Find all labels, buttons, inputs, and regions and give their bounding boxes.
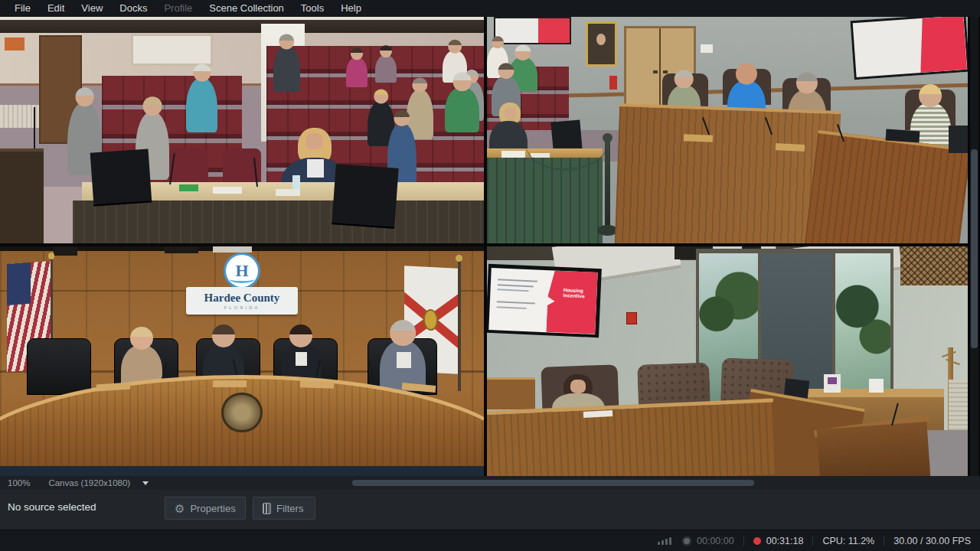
slide-red-area: Housing Incentive (544, 269, 598, 334)
menu-item-tools[interactable]: Tools (292, 0, 332, 17)
laptop (886, 129, 920, 142)
papers (583, 410, 612, 417)
whiteboard (131, 34, 213, 65)
properties-button[interactable]: ⚙ Properties (165, 497, 246, 520)
stream-status-icon (684, 538, 690, 544)
filters-button[interactable]: Filters (253, 497, 315, 520)
properties-button-label: Properties (190, 503, 235, 514)
menu-bar: File Edit View Docks Profile Scene Colle… (0, 0, 980, 17)
fps-counter: 30.00 / 30.00 FPS (893, 536, 971, 546)
record-timer: 00:31:18 (766, 536, 804, 546)
logo-swoosh (230, 276, 254, 284)
hardee-sign: Hardee County FLORIDA (186, 287, 297, 315)
menu-item-scene-collection[interactable]: Scene Collection (201, 0, 292, 17)
exit-plaque (701, 44, 713, 54)
person (346, 57, 368, 86)
nameplate (776, 143, 805, 152)
person (375, 55, 397, 83)
feed-side-dais[interactable]: Housing Incentive (487, 246, 968, 476)
feed-commission-box[interactable] (487, 17, 968, 243)
door-knob (653, 70, 657, 73)
menu-item-view[interactable]: View (73, 0, 111, 17)
sign-subtitle: FLORIDA (186, 305, 297, 310)
slide-red-area (538, 18, 570, 43)
fl-flag-pole (458, 258, 461, 391)
gear-icon: ⚙ (175, 503, 185, 514)
fire-alarm (626, 312, 637, 325)
us-flag-canton (7, 262, 31, 305)
papers (213, 187, 242, 194)
slide-text-line (498, 283, 534, 286)
nameplate (213, 380, 247, 387)
papers (276, 189, 300, 196)
speaker-box (165, 246, 198, 253)
clerk-desk-skirt (487, 158, 603, 243)
podium (0, 148, 44, 243)
no-source-label: No source selected (8, 501, 96, 513)
network-signal-icon (658, 537, 671, 545)
divider (884, 536, 884, 546)
us-flag-finial (48, 253, 55, 259)
menu-item-profile[interactable]: Profile (155, 0, 201, 17)
back-rail (487, 377, 535, 409)
horizontal-scrollbar-thumb[interactable] (352, 480, 754, 486)
papers (501, 151, 525, 158)
stream-timer: 00:00:00 (697, 536, 734, 546)
status-bar: 00:00:00 00:31:18 CPU: 11.2% 30.00 / 30.… (0, 530, 980, 551)
speaker-shirt (307, 159, 324, 178)
chevron-down-icon[interactable] (142, 481, 149, 485)
nameplate (684, 134, 713, 142)
floor-strip (0, 466, 484, 477)
attendee-face (570, 380, 586, 393)
feed-audience-room[interactable] (0, 17, 484, 243)
canvas-zoom-level[interactable]: 100% (8, 478, 30, 487)
menu-item-file[interactable]: File (6, 0, 39, 17)
stanchion-post (605, 139, 611, 230)
wall-poster (5, 37, 24, 51)
pamphlet-purple (828, 377, 838, 384)
door-gap (659, 28, 661, 106)
filter-icon (263, 503, 271, 514)
slide-text-line (497, 301, 535, 304)
person (445, 87, 479, 132)
ceiling (0, 20, 484, 34)
podium (817, 422, 931, 476)
sign-title: Hardee County (186, 292, 297, 305)
jury-box-return (805, 130, 968, 243)
monitor (332, 165, 398, 229)
county-logo-circle: H (224, 253, 260, 289)
slide-text-line (497, 289, 529, 292)
record-indicator-icon (753, 537, 761, 545)
speaker-box (54, 246, 78, 256)
staff-desk-skirt (73, 201, 484, 243)
vertical-scrollbar-thumb[interactable] (971, 149, 978, 348)
jury-box-front (487, 399, 777, 476)
preview-canvas[interactable]: H Hardee County FLORIDA (0, 17, 980, 476)
fl-flag-finial (456, 255, 462, 262)
wall-screen-left (494, 17, 570, 44)
nameplate (300, 380, 335, 389)
canvas-status-row: 100% Canvas (1920x1080) (0, 476, 980, 490)
cpu-usage: CPU: 11.2% (822, 536, 874, 546)
water-bottle (292, 175, 299, 189)
person (273, 46, 300, 91)
divider (743, 536, 744, 546)
slide-text-line (498, 279, 538, 282)
portrait-face (596, 34, 606, 45)
ceiling-vent (213, 246, 252, 253)
menu-item-help[interactable]: Help (332, 0, 370, 17)
monitor (90, 148, 152, 206)
wood-lattice (900, 246, 968, 285)
vertical-scrollbar[interactable] (970, 17, 978, 476)
wall-screen-right (851, 17, 968, 80)
podium-mic (34, 107, 35, 148)
equipment (949, 126, 968, 153)
menu-item-edit[interactable]: Edit (39, 0, 73, 17)
source-toolbar: No source selected ⚙ Properties Filters (0, 490, 980, 530)
portrait (586, 21, 617, 67)
feed-main-dais[interactable]: H Hardee County FLORIDA (0, 246, 484, 476)
menu-item-docks[interactable]: Docks (111, 0, 155, 17)
slide-text-line (496, 306, 526, 309)
canvas-size-label[interactable]: Canvas (1920x1080) (48, 478, 130, 487)
slide-red-area (917, 17, 968, 73)
